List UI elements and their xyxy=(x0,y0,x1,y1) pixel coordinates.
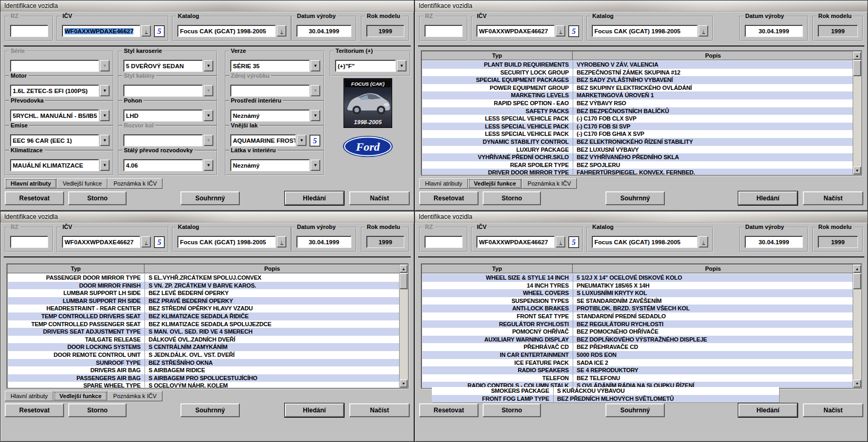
prevodovka-dropdown-button[interactable]: ▼ xyxy=(100,110,110,121)
storno-button[interactable]: Storno xyxy=(483,191,541,205)
table-row[interactable]: LESS SPECIAL VEHICLE PACK(-) C170 FOB CL… xyxy=(422,115,853,123)
verze-combo[interactable]: SÉRIE 35 xyxy=(230,60,310,72)
table-row[interactable]: SMOKERS PACKAGES KUŘÁCKOU VÝBAVOU xyxy=(432,387,779,395)
table-row[interactable]: TELEFONBEZ TELEFONU xyxy=(422,374,853,382)
table-row[interactable]: POMOCNÝ OHŘÍVAČBEZ POMOCNÉHO OHŘÍVAČE xyxy=(422,328,853,336)
styl-karoserie-combo[interactable]: 5 DVEŘOVÝ SEDAN xyxy=(123,60,203,72)
tab-poznamka-k-icv[interactable]: Poznámka k IČV xyxy=(107,391,162,401)
table-row[interactable]: TAILGATE RELEASEDÁLKOVÉ OVL.ZADNÍCH DVEŘ… xyxy=(8,336,399,344)
katalog-dropdown-button[interactable]: ↓ xyxy=(699,25,708,36)
scroll-down-icon[interactable]: ▼ xyxy=(853,380,861,388)
vnejsi-lak-history-button[interactable]: 5 xyxy=(310,135,320,146)
tab-hlavni-atributy[interactable]: Hlavní atributy xyxy=(5,178,57,189)
icv-dropdown-button[interactable]: ↓ xyxy=(556,25,565,36)
scroll-down-icon[interactable]: ▼ xyxy=(400,380,408,388)
katalog-combo[interactable]: Focus CAK (GCAT) 1998-2005 xyxy=(177,236,276,248)
resetovat-button[interactable]: Resetovat xyxy=(5,191,64,205)
emise-combo[interactable]: EEC 96 CAR (EEC 1) xyxy=(10,134,99,146)
scroll-thumb[interactable] xyxy=(853,60,861,76)
table-row[interactable]: IN CAR ENTERTAINMENT5000 RDS EON xyxy=(422,351,853,359)
katalog-dropdown-button[interactable]: ↓ xyxy=(277,236,286,247)
table-row[interactable]: DRIVER DOOR MIRROR TYPEFAHRERTÜRSPIEGEL,… xyxy=(422,169,853,174)
pohon-combo[interactable]: LHD xyxy=(123,109,203,122)
scroll-up-icon[interactable]: ▲ xyxy=(853,52,861,60)
vnejsi-lak-combo[interactable]: AQUAMARINE FROST C/C xyxy=(230,134,296,146)
hledani-button[interactable]: Hledání xyxy=(285,191,344,205)
emise-dropdown-button[interactable]: ▼ xyxy=(100,135,110,146)
rz-input[interactable] xyxy=(424,236,463,248)
latka-interieru-dropdown-button[interactable]: ▼ xyxy=(311,160,320,171)
tab-hlavni-atributy[interactable]: Hlavní atributy xyxy=(419,178,468,189)
rz-input[interactable] xyxy=(424,25,463,37)
souhrnny-button[interactable]: Souhrnný xyxy=(605,191,665,205)
nacist-button[interactable]: Načíst xyxy=(349,403,410,417)
table-row[interactable]: VYHŘÍVANÉ PŘEDNÍ OCHR.SKLOBEZ VYHŘÍVANÉH… xyxy=(422,153,853,161)
scrollbar[interactable]: ▲ ▼ xyxy=(853,52,861,174)
table-row[interactable]: WHEEL SIZE & STYLE 14 INCH5 1/2J X 14" O… xyxy=(422,274,853,282)
storno-button[interactable]: Storno xyxy=(68,403,126,417)
staly-prevod-dropdown-button[interactable]: ▼ xyxy=(204,160,213,171)
storno-button[interactable]: Storno xyxy=(483,403,541,417)
table-row[interactable]: SUSPENSION TYPESSE STANDARDNÍM ZAVĚŠENÍM xyxy=(422,297,853,305)
icv-dropdown-button[interactable]: ↓ xyxy=(556,236,565,247)
tab-vedlejsi-funkce[interactable]: Vedlejší funkce xyxy=(468,178,521,189)
scroll-thumb[interactable] xyxy=(400,273,408,289)
klimatizace-dropdown-button[interactable]: ▼ xyxy=(100,160,110,171)
window-titlebar[interactable]: Identifikace vozidla xyxy=(415,1,867,12)
table-row[interactable]: LESS SPECIAL VEHICLE PACK(-) C170 FOB GH… xyxy=(422,130,853,138)
table-row[interactable]: SUNROOF TYPEBEZ STŘEŠNÍHO OKNA xyxy=(8,359,399,367)
latka-interieru-combo[interactable]: Neznámý xyxy=(230,159,310,171)
prevodovka-combo[interactable]: 5RYCHL. MANUÁLNÍ - B5/IB5 xyxy=(10,109,99,122)
table-row[interactable]: DRIVERS AIR BAGS AIRBAGEM RIDICE xyxy=(8,366,399,374)
table-row[interactable]: AUXILIARY WARNING DISPLAYBEZ DOPLŇKOVÉHO… xyxy=(422,336,853,344)
scroll-thumb[interactable] xyxy=(853,273,861,289)
table-row[interactable]: TEMP CONTROLLED PASSENGER SEATBEZ KLIMAT… xyxy=(8,320,399,328)
table-row[interactable]: ICE FEATURE PACKSADA ICE 2 xyxy=(422,359,853,367)
table-row[interactable]: POWER EQUIPMENT GROUPBEZ SKUPINY ELEKTRI… xyxy=(422,84,853,92)
tab-vedlejsi-funkce[interactable]: Vedlejší funkce xyxy=(53,391,107,401)
icv-dropdown-button[interactable]: ↓ xyxy=(141,236,151,247)
table-row[interactable]: LUMBAR SUPPORT RH SIDEBEZ PRAVÉ BEDERNÍ … xyxy=(8,297,399,305)
table-row[interactable]: RAPID SPEC OPTION - EAOBEZ VÝBAVY RSO xyxy=(422,99,853,107)
tab-poznamka-k-icv[interactable]: Poznámka k IČV xyxy=(107,178,162,189)
icv-input[interactable]: WF0AXXWPDAXE46627 xyxy=(476,25,555,37)
table-row[interactable]: PASSENGERS AIR BAGS AIRBAGEM PRO SPOLUCE… xyxy=(8,374,399,382)
nacist-button[interactable]: Načíst xyxy=(803,403,863,417)
souhrnny-button[interactable]: Souhrnný xyxy=(180,191,240,205)
icv-history-button[interactable]: 5 xyxy=(154,236,165,248)
verze-dropdown-button[interactable]: ▼ xyxy=(311,60,320,71)
tab-hlavni-atributy[interactable]: Hlavní atributy xyxy=(5,391,53,401)
table-row[interactable]: WHEEL COVERSS LUXUSNÍMI KRYTY KOL xyxy=(422,289,853,297)
table-row[interactable]: FRONT SEAT TYPESTANDARDNÍ PREDNÍ SEDADLO xyxy=(422,312,853,320)
icv-history-button[interactable]: 5 xyxy=(568,25,579,37)
vnejsi-lak-dropdown-button[interactable]: ▼ xyxy=(297,135,306,146)
katalog-dropdown-button[interactable]: ↓ xyxy=(277,25,286,36)
staly-prevod-combo[interactable]: 4.06 xyxy=(123,159,203,171)
table-row[interactable]: REAR SPOILER TYPEBEZ SPOJLERU xyxy=(422,161,853,169)
table-row[interactable]: LESS SPECIAL VEHICLE PACK(-) C170 FOB SI… xyxy=(422,123,853,131)
scrollbar[interactable]: ▲ ▼ xyxy=(853,265,861,388)
klimatizace-combo[interactable]: MAUÁLNÍ KLIMATIZACE xyxy=(10,159,99,171)
pohon-dropdown-button[interactable]: ▼ xyxy=(204,110,213,121)
hledani-button[interactable]: Hledání xyxy=(285,403,344,417)
table-row[interactable]: MARKETING LEVELSMARKETINGOVÁ ÚROVEŇ 1 xyxy=(422,91,853,99)
window-titlebar[interactable]: Identifikace vozidla xyxy=(1,1,414,12)
styl-karoserie-dropdown-button[interactable]: ▼ xyxy=(204,60,213,71)
table-row[interactable]: SPECIAL EQUIPMENT PACKAGESBEZ SADY ZVLÁŠ… xyxy=(422,76,853,84)
scroll-down-icon[interactable]: ▼ xyxy=(853,167,861,174)
table-row[interactable]: DOOR LOCKING SYSTEMSS CENTRÁLNÍM ZAMYKÁN… xyxy=(8,343,399,351)
table-row[interactable]: SAFETY PACKSBEZ BEZPEČNOSTNÍCH BALÍČKŮ xyxy=(422,107,853,115)
table-row[interactable]: HEADRESTRAINT - REAR CENTERBEZ STŘEDNÍ O… xyxy=(8,305,399,312)
table-row[interactable]: 14 INCH TYRESPNEUMATIKY 185/65 X 14H xyxy=(422,282,853,290)
icv-input[interactable]: WF0AXXWPDAXE46627 xyxy=(62,25,140,37)
icv-history-button[interactable]: 5 xyxy=(568,236,579,248)
table-row[interactable]: PASSENGER DOOR MIRROR TYPES EL.VYHŘ.ZRCÁ… xyxy=(8,274,399,282)
souhrnny-button[interactable]: Souhrnný xyxy=(605,403,665,417)
table-row[interactable]: RADIO SPEAKERSSE 4 REPRODUKTORY xyxy=(422,366,853,374)
resetovat-button[interactable]: Resetovat xyxy=(5,403,64,417)
teritorium-dropdown-button[interactable]: ▼ xyxy=(397,60,406,71)
katalog-dropdown-button[interactable]: ↓ xyxy=(699,236,708,247)
table-row[interactable]: FRONT FOG LAMP TYPEBEZ PŘEDNÍCH MLHOVÝCH… xyxy=(432,395,779,403)
table-row[interactable]: TEMP CONTROLLED DRIVERS SEATBEZ KLIMATIZ… xyxy=(8,312,399,320)
katalog-combo[interactable]: Focus CAK (GCAT) 1998-2005 xyxy=(592,236,698,248)
